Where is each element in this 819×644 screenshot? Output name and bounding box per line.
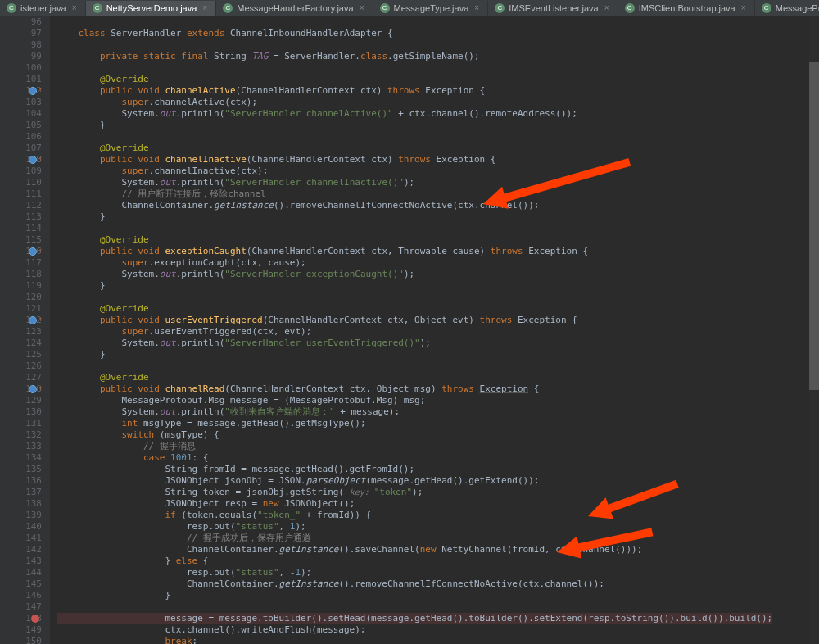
code-line[interactable]: @Override (57, 234, 772, 246)
line-number[interactable]: 134 (0, 452, 42, 464)
code-line[interactable]: switch (msgType) { (57, 429, 772, 441)
override-marker-icon[interactable] (29, 317, 36, 324)
line-number[interactable]: 106 (0, 131, 42, 143)
tab-nettyserverdemo-java[interactable]: CNettyServerDemo.java× (86, 1, 217, 16)
line-number[interactable]: 121 (0, 303, 42, 315)
line-number[interactable]: 100 (0, 62, 42, 74)
line-number[interactable]: 130 (0, 406, 42, 418)
override-marker-icon[interactable] (29, 88, 36, 94)
code-line[interactable]: class ServerHandler extends ChannelInbou… (57, 28, 772, 39)
line-number[interactable]: 138 (0, 498, 42, 510)
line-number[interactable]: 114 (0, 223, 42, 234)
code-line[interactable]: ChannelContainer.getInstance().removeCha… (57, 578, 772, 590)
code-line[interactable] (57, 292, 772, 303)
line-number[interactable]: 140 (0, 521, 42, 533)
close-icon[interactable]: × (473, 4, 481, 12)
tab-messagetype-java[interactable]: CMessageType.java× (373, 1, 489, 16)
line-number[interactable]: 136 (0, 475, 42, 487)
code-line[interactable]: super.userEventTriggered(ctx, evt); (57, 326, 772, 338)
code-line[interactable]: super.channelInactive(ctx); (57, 166, 772, 177)
line-number[interactable]: 133 (0, 441, 42, 452)
code-line[interactable]: @Override (57, 143, 772, 154)
close-icon[interactable]: × (70, 4, 79, 12)
code-line[interactable]: int msgType = message.getHead().getMsgTy… (57, 418, 772, 429)
line-number[interactable]: 144 (0, 567, 42, 578)
code-line[interactable]: } (57, 349, 772, 361)
code-line[interactable]: String fromId = message.getHead().getFro… (57, 464, 772, 475)
code-line[interactable]: } (57, 211, 772, 223)
code-line[interactable]: break; (57, 636, 772, 644)
code-line[interactable]: System.out.println("ServerHandler except… (57, 269, 772, 280)
code-line[interactable]: @Override (57, 372, 772, 383)
code-line[interactable]: ctx.channel().writeAndFlush(message); (57, 624, 772, 636)
line-number[interactable]: 124 (0, 338, 42, 349)
line-number[interactable]: 150 (0, 636, 42, 644)
code-line[interactable]: @Override (57, 303, 772, 315)
code-line[interactable]: case 1001: { (57, 452, 772, 464)
line-number[interactable]: 137 (0, 487, 42, 498)
breakpoint-icon[interactable] (31, 615, 39, 623)
override-marker-icon[interactable] (29, 156, 36, 163)
code-line[interactable]: message = message.toBuilder().setHead(me… (57, 613, 772, 624)
code-line[interactable]: // 握手消息 (57, 441, 772, 452)
code-line[interactable] (57, 62, 772, 74)
code-line[interactable] (57, 223, 772, 234)
tab-messagehandlerfactory-java[interactable]: CMessageHandlerFactory.java× (216, 1, 373, 16)
line-number[interactable]: 126 (0, 361, 42, 372)
implements-marker-icon[interactable]: ↑ (38, 385, 43, 392)
code-line[interactable]: System.out.println("ServerHandler userEv… (57, 338, 772, 349)
line-number[interactable]: 111 (0, 188, 42, 200)
code-line[interactable]: resp.put("status", -1); (57, 567, 772, 578)
line-number[interactable]: 97 (0, 28, 42, 39)
line-number[interactable]: 131 (0, 418, 42, 429)
line-number[interactable]: 112 (0, 200, 42, 211)
line-number[interactable]: 117 (0, 257, 42, 269)
implements-marker-icon[interactable]: ↑ (38, 156, 43, 162)
code-content[interactable]: class ServerHandler extends ChannelInbou… (50, 16, 772, 644)
line-number[interactable]: 115 (0, 234, 42, 246)
line-number[interactable]: 135 (0, 464, 42, 475)
code-line[interactable]: System.out.println("ServerHandler channe… (57, 108, 772, 120)
code-line[interactable]: } (57, 280, 772, 292)
code-line[interactable]: } else { (57, 556, 772, 567)
line-number[interactable]: 125 (0, 349, 42, 361)
line-number[interactable]: 123 (0, 326, 42, 338)
code-line[interactable] (57, 131, 772, 143)
tab-imsclientbootstrap-java[interactable]: CIMSClientBootstrap.java× (618, 1, 755, 16)
code-line[interactable]: // 用户断开连接后，移除channel (57, 188, 772, 200)
line-number[interactable]: 139 (0, 510, 42, 521)
scroll-thumb[interactable] (809, 62, 819, 390)
tab-imseventlistener-java[interactable]: CIMSEventListener.java× (488, 1, 618, 16)
code-line[interactable] (57, 16, 772, 28)
line-number[interactable]: 109 (0, 166, 42, 177)
close-icon[interactable]: × (358, 4, 366, 12)
line-number[interactable]: 127 (0, 372, 42, 383)
override-marker-icon[interactable] (29, 248, 36, 255)
line-number[interactable]: 103 (0, 97, 42, 108)
code-line[interactable]: public void channelActive(ChannelHandler… (57, 85, 772, 97)
line-number[interactable]: 118 (0, 269, 42, 280)
code-line[interactable]: public void userEventTriggered(ChannelHa… (57, 315, 772, 326)
close-icon[interactable]: × (201, 4, 209, 12)
vertical-scrollbar[interactable] (809, 16, 819, 644)
code-line[interactable] (57, 361, 772, 372)
line-number[interactable]: 99 (0, 51, 42, 62)
line-number[interactable]: 119 (0, 280, 42, 292)
code-line[interactable]: JSONObject resp = new JSONObject(); (57, 498, 772, 510)
code-line[interactable] (57, 601, 772, 613)
code-line[interactable]: super.channelActive(ctx); (57, 97, 772, 108)
code-line[interactable]: } (57, 120, 772, 131)
code-line[interactable]: public void exceptionCaught(ChannelHandl… (57, 246, 772, 257)
override-marker-icon[interactable] (29, 386, 36, 392)
line-number[interactable]: 143 (0, 556, 42, 567)
implements-marker-icon[interactable]: ↑ (38, 247, 43, 254)
line-number[interactable]: 132 (0, 429, 42, 441)
line-number[interactable]: 104 (0, 108, 42, 120)
implements-marker-icon[interactable]: ↑ (38, 87, 43, 93)
code-line[interactable]: System.out.println("ServerHandler channe… (57, 177, 772, 188)
code-line[interactable]: @Override (57, 74, 772, 85)
tab-istener-java[interactable]: Cistener.java× (0, 1, 86, 16)
line-number[interactable]: 142 (0, 544, 42, 556)
code-line[interactable]: super.exceptionCaught(ctx, cause); (57, 257, 772, 269)
code-line[interactable]: // 握手成功后，保存用户通道 (57, 533, 772, 544)
